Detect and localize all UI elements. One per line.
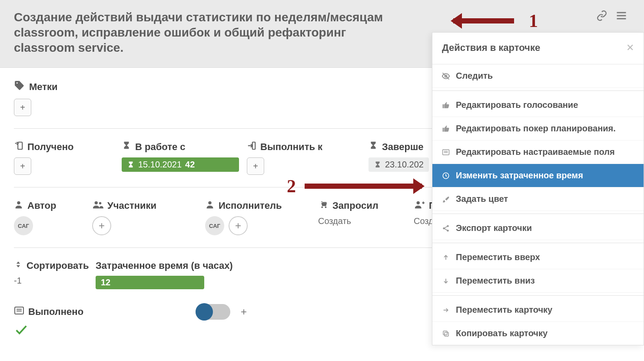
in-work-badge[interactable]: 15.10.2021 42	[122, 157, 239, 172]
annotation-2: 2	[287, 176, 422, 197]
svg-point-9	[321, 207, 323, 208]
hamburger-menu-icon[interactable]	[615, 10, 627, 23]
svg-point-10	[325, 207, 327, 208]
sort-icon	[14, 260, 23, 271]
author-icon	[14, 200, 23, 212]
requested-action[interactable]: Создать	[318, 216, 414, 226]
menu-copy-card[interactable]: Копировать карточку	[432, 322, 644, 345]
svg-point-5	[17, 201, 20, 204]
time-label: Затраченное время (в часах)	[96, 260, 233, 271]
svg-rect-24	[445, 332, 448, 336]
menu-watch[interactable]: Следить	[432, 64, 644, 88]
due-icon	[247, 141, 256, 153]
add-done-field-button[interactable]: +	[241, 306, 247, 318]
tag-icon	[14, 80, 25, 94]
thumb-up-icon	[441, 101, 451, 109]
svg-rect-4	[252, 142, 255, 150]
svg-point-11	[417, 201, 420, 204]
add-member-button[interactable]: +	[92, 216, 111, 235]
clock-icon	[441, 172, 451, 180]
svg-rect-25	[443, 331, 447, 335]
menu-move-down[interactable]: Переместить вниз	[432, 269, 644, 293]
menu-edit-vote[interactable]: Редактировать голосование	[432, 94, 644, 117]
menu-edit-poker[interactable]: Редактировать покер планирования.	[432, 117, 644, 140]
helper-icon	[414, 200, 425, 212]
share-icon	[441, 224, 451, 232]
author-avatar[interactable]: САГ	[14, 216, 33, 235]
arrow-down-icon	[441, 277, 451, 284]
add-due-date-button[interactable]: +	[247, 157, 264, 175]
menu-move-card[interactable]: Переместить карточку	[432, 298, 644, 322]
done-badge[interactable]: 23.10.202	[368, 157, 429, 172]
author-label: Автор	[27, 200, 56, 211]
brush-icon	[441, 195, 451, 203]
executor-icon	[205, 200, 215, 212]
thumb-up-icon	[441, 125, 451, 133]
due-label: Выполнить к	[260, 141, 322, 153]
fields-icon	[441, 149, 451, 156]
arrow-up-icon	[441, 254, 451, 261]
done-date: 23.10.202	[385, 160, 424, 170]
menu-title: Действия в карточке	[442, 42, 540, 53]
hourglass-done-icon	[368, 141, 378, 153]
menu-edit-fields[interactable]: Редактировать настраиваемые поля	[432, 140, 644, 164]
arrow-right-icon	[441, 307, 451, 314]
done-toggle[interactable]	[196, 304, 230, 320]
svg-point-8	[208, 201, 211, 204]
members-label: Участники	[107, 200, 156, 211]
svg-point-6	[95, 201, 98, 204]
time-value-pill[interactable]: 12	[96, 276, 204, 289]
done-toggle-label: Выполнено	[28, 306, 83, 318]
add-executor-button[interactable]: +	[229, 216, 248, 235]
in-work-days: 42	[185, 160, 195, 170]
menu-export[interactable]: Экспорт карточки	[432, 217, 644, 240]
link-icon[interactable]	[596, 10, 607, 23]
received-label: Получено	[27, 141, 73, 153]
eye-off-icon	[441, 72, 451, 80]
annotation-1: 1	[453, 10, 538, 31]
menu-close-button[interactable]: ✕	[626, 42, 634, 53]
card-title: Создание действий выдачи статистики по н…	[14, 10, 401, 55]
sort-label: Сортировать	[27, 260, 89, 271]
executor-avatar[interactable]: САГ	[205, 216, 224, 235]
hourglass-icon	[122, 141, 131, 153]
menu-set-color[interactable]: Задать цвет	[432, 187, 644, 211]
card-actions-menu: Действия в карточке ✕ Следить Редактиров…	[432, 32, 644, 345]
labels-section-title: Метки	[29, 81, 58, 93]
add-received-date-button[interactable]: +	[14, 157, 31, 175]
menu-edit-time[interactable]: Изменить затраченное время	[432, 164, 644, 187]
add-label-button[interactable]: +	[14, 99, 31, 116]
svg-point-7	[99, 202, 102, 205]
menu-move-up[interactable]: Переместить вверх	[432, 246, 644, 269]
requested-label: Запросил	[332, 200, 378, 211]
members-icon	[92, 200, 103, 212]
executor-label: Исполнитель	[219, 200, 282, 211]
received-icon	[14, 141, 23, 153]
in-work-label: В работе с	[135, 141, 186, 153]
copy-icon	[441, 330, 451, 338]
requested-icon	[318, 200, 329, 212]
done-section-icon	[14, 306, 24, 318]
in-work-date: 15.10.2021	[138, 160, 182, 170]
sort-value[interactable]: -1	[14, 276, 96, 286]
done-label: Заверше	[382, 141, 424, 153]
